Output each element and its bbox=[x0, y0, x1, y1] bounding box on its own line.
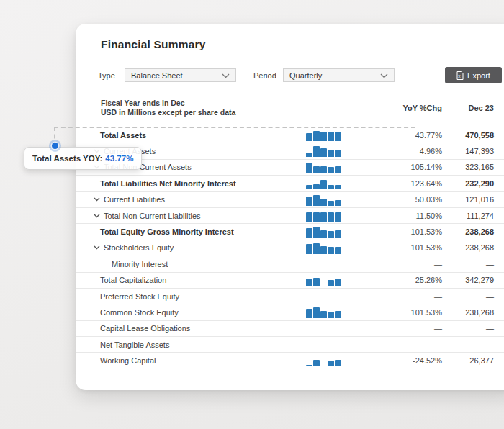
row-label: Working Capital bbox=[100, 356, 156, 365]
sparkline-chart bbox=[306, 130, 342, 141]
column-header-yoy: YoY %Chg bbox=[377, 104, 442, 112]
period-select[interactable]: Quarterly bbox=[283, 68, 395, 82]
spark-bar bbox=[328, 167, 334, 173]
spark-bar bbox=[313, 131, 320, 141]
spark-bar bbox=[306, 244, 312, 254]
chevron-down-icon bbox=[222, 71, 230, 80]
table-row[interactable]: Stockholders Equity101.53%238,268 bbox=[76, 240, 504, 256]
type-select[interactable]: Balance Sheet bbox=[125, 68, 236, 82]
row-label-cell: Total Non Current Liabilities bbox=[94, 208, 201, 223]
svg-text:x: x bbox=[458, 73, 461, 78]
controls-divider bbox=[89, 94, 504, 94]
spark-bar bbox=[306, 133, 312, 141]
yoy-value: 101.53% bbox=[377, 224, 442, 239]
spark-bar bbox=[328, 280, 334, 286]
export-button-label: Export bbox=[467, 71, 490, 80]
type-label: Type bbox=[98, 71, 115, 80]
spark-bar bbox=[313, 307, 320, 318]
spark-bar bbox=[313, 227, 320, 238]
spark-bar bbox=[328, 132, 334, 141]
spark-bar bbox=[306, 153, 312, 158]
row-label-cell: Total Liabilities Net Minority Interest bbox=[100, 176, 236, 191]
spark-bar bbox=[306, 163, 312, 173]
table-row[interactable]: Capital Lease Obligations—— bbox=[76, 321, 504, 337]
spark-bar bbox=[306, 197, 312, 206]
row-label: Capital Lease Obligations bbox=[100, 324, 190, 333]
spark-bar bbox=[328, 150, 334, 158]
period-select-value: Quarterly bbox=[289, 71, 322, 80]
spark-bar bbox=[320, 180, 327, 190]
chevron-down-icon[interactable] bbox=[94, 245, 100, 250]
dec23-value: 238,268 bbox=[436, 304, 494, 320]
row-label-cell: Total Capitalization bbox=[100, 273, 166, 288]
hover-marker-dot bbox=[49, 140, 61, 152]
fiscal-year-note: Fiscal Year ends in Dec bbox=[101, 99, 235, 108]
yoy-value: — bbox=[377, 256, 442, 271]
dec23-value: 147,393 bbox=[436, 143, 494, 158]
yoy-value: -11.50% bbox=[377, 208, 442, 223]
tooltip-value: 43.77% bbox=[105, 154, 133, 163]
row-label-cell: Preferred Stock Equity bbox=[100, 289, 179, 304]
tooltip-label: Total Assets YOY: bbox=[32, 154, 102, 163]
spark-bar bbox=[306, 365, 312, 367]
spark-bar bbox=[335, 212, 341, 222]
export-button[interactable]: x Export bbox=[445, 67, 502, 83]
spark-bar bbox=[328, 312, 334, 319]
chevron-down-icon[interactable] bbox=[94, 214, 100, 218]
column-header-dec23: Dec 23 bbox=[444, 104, 494, 112]
dec23-value: — bbox=[436, 256, 494, 271]
table-row[interactable]: Total Non Current Liabilities-11.50%111,… bbox=[76, 208, 504, 224]
spark-bar bbox=[320, 199, 327, 206]
spark-bar bbox=[328, 231, 334, 238]
spark-bar bbox=[335, 360, 341, 366]
spark-bar bbox=[306, 279, 312, 286]
spark-bar bbox=[335, 185, 341, 189]
yoy-value: — bbox=[377, 321, 442, 336]
table-row[interactable]: Preferred Stock Equity—— bbox=[76, 289, 504, 304]
page-title: Financial Summary bbox=[101, 38, 206, 51]
row-label-cell: Total Equity Gross Minority Interest bbox=[100, 224, 234, 239]
page-background: Financial Summary Type Balance Sheet Per… bbox=[0, 0, 504, 429]
row-label-cell: Total Assets bbox=[100, 127, 146, 143]
row-label: Current Liabilities bbox=[104, 195, 165, 204]
table-row[interactable]: Total Liabilities Net Minority Interest1… bbox=[76, 176, 504, 191]
table-row[interactable]: Total Equity Gross Minority Interest101.… bbox=[76, 224, 504, 240]
row-label: Total Assets bbox=[100, 131, 146, 140]
table-row[interactable]: Working Capital-24.52%26,377 bbox=[76, 353, 504, 369]
spark-bar bbox=[335, 150, 341, 158]
table-row[interactable]: Minority Interest—— bbox=[76, 256, 504, 272]
spark-bar bbox=[306, 212, 312, 222]
sparkline-chart bbox=[306, 243, 342, 254]
row-label: Stockholders Equity bbox=[104, 243, 174, 252]
spark-bar bbox=[328, 361, 334, 366]
chevron-down-icon bbox=[380, 71, 388, 80]
sparkline-chart bbox=[306, 226, 342, 238]
dec23-value: — bbox=[436, 289, 494, 304]
table-row[interactable]: Current Liabilities50.03%121,016 bbox=[76, 192, 504, 208]
sparkline-chart bbox=[306, 145, 342, 157]
row-label-cell: Stockholders Equity bbox=[94, 240, 174, 256]
row-label: Minority Interest bbox=[112, 260, 168, 268]
dec23-value: 238,268 bbox=[436, 240, 494, 256]
row-label: Total Liabilities Net Minority Interest bbox=[100, 179, 236, 188]
spark-bar bbox=[335, 230, 341, 238]
spark-bar bbox=[335, 132, 341, 141]
yoy-value: 101.53% bbox=[377, 240, 442, 256]
dec23-value: 121,016 bbox=[436, 192, 494, 207]
yoy-value: 4.96% bbox=[377, 143, 442, 158]
table-row[interactable]: Total Capitalization25.26%342,279 bbox=[76, 273, 504, 289]
spark-bar bbox=[335, 200, 341, 206]
table-row[interactable]: Common Stock Equity101.53%238,268 bbox=[76, 304, 504, 320]
spark-bar bbox=[313, 360, 320, 367]
export-file-icon: x bbox=[456, 71, 464, 80]
chevron-down-icon[interactable] bbox=[94, 197, 100, 202]
tooltip: Total Assets YOY:43.77% bbox=[24, 147, 142, 170]
spark-bar bbox=[328, 185, 334, 189]
dec23-value: 232,290 bbox=[436, 176, 494, 191]
dec23-value: 238,268 bbox=[436, 224, 494, 239]
spark-bar bbox=[320, 212, 327, 222]
type-select-value: Balance Sheet bbox=[131, 71, 183, 80]
sparkline-chart bbox=[306, 162, 342, 173]
table-row[interactable]: Total Assets43.77%470,558 bbox=[76, 127, 504, 143]
table-row[interactable]: Net Tangible Assets—— bbox=[76, 337, 504, 353]
